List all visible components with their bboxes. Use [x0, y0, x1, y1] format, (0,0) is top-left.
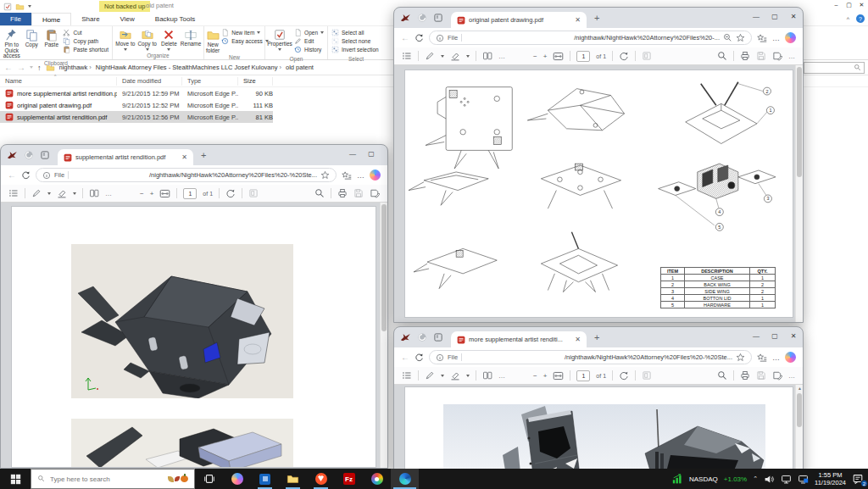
rotate-icon[interactable]	[619, 51, 629, 61]
settings-ellipsis-icon[interactable]: …	[772, 353, 780, 362]
back-icon[interactable]: ←	[4, 64, 13, 72]
taskbar-copilot-button[interactable]	[223, 469, 251, 489]
new-tab-icon[interactable]: +	[201, 150, 206, 160]
edge-titlebar[interactable]: supplemental artist rendition.pdf ✕ + — …	[1, 145, 387, 165]
rename-button[interactable]: Rename	[180, 27, 202, 47]
copy-to-button[interactable]: Copy to	[136, 27, 159, 51]
scrollbar[interactable]	[795, 65, 803, 322]
zoom-out-icon[interactable]: −	[140, 190, 144, 197]
ticker-change[interactable]: +1.03%	[724, 475, 747, 483]
info-icon[interactable]	[42, 171, 51, 180]
qat-properties-icon[interactable]	[3, 3, 12, 11]
pen-caret-icon[interactable]	[47, 192, 51, 195]
back-icon[interactable]: ←	[8, 171, 16, 180]
highlighter-icon[interactable]	[450, 51, 460, 61]
browser-tab[interactable]: more supplemental artist renditi... ✕	[451, 331, 587, 347]
fit-width-icon[interactable]	[159, 188, 170, 199]
toc-icon[interactable]	[8, 188, 19, 198]
pen-caret-icon[interactable]	[441, 55, 444, 58]
favorite-star-icon[interactable]	[736, 353, 745, 362]
taskbar-edge-button[interactable]	[391, 469, 419, 489]
explorer-minimize-button[interactable]: –	[830, 0, 843, 9]
speaker-icon[interactable]	[764, 474, 775, 485]
taskbar-file-explorer-button[interactable]	[279, 469, 307, 489]
move-to-button[interactable]: Move to	[114, 27, 136, 51]
zoom-in-icon[interactable]: +	[543, 372, 548, 380]
new-item-button[interactable]: New item	[221, 29, 269, 36]
explorer-search-input[interactable]	[804, 65, 854, 71]
new-tab-icon[interactable]: +	[594, 13, 599, 23]
copilot-icon[interactable]	[370, 169, 381, 181]
save-as-icon[interactable]	[370, 188, 380, 198]
taskbar-search-box[interactable]	[31, 469, 195, 489]
search-document-icon[interactable]	[314, 188, 325, 198]
zoom-in-icon[interactable]: +	[150, 190, 154, 197]
paste-button[interactable]: Paste	[42, 27, 61, 48]
copy-path-button[interactable]: Copy path	[63, 37, 108, 45]
copilot-icon[interactable]	[785, 352, 796, 363]
info-icon[interactable]	[436, 353, 444, 362]
taskbar-blue-app-button[interactable]	[251, 469, 279, 489]
favorites-list-icon[interactable]	[757, 33, 767, 43]
toolbar-ellipsis-icon[interactable]: …	[498, 372, 505, 380]
action-center-button[interactable]: 2	[852, 473, 864, 485]
close-button[interactable]: ✕	[784, 8, 803, 25]
copilot-icon[interactable]	[785, 32, 796, 43]
column-header-date-modified[interactable]: Date modified	[117, 77, 182, 86]
save-as-icon[interactable]	[772, 370, 782, 381]
properties-button[interactable]: Properties	[267, 27, 292, 51]
pdf-content-area[interactable]: 2 1	[394, 65, 803, 322]
back-icon[interactable]: ←	[401, 34, 409, 42]
seasonal-decoration[interactable]	[168, 475, 188, 482]
search-document-icon[interactable]	[717, 370, 727, 381]
zoom-indicator-icon[interactable]	[723, 33, 732, 42]
zoom-out-icon[interactable]: −	[533, 53, 537, 60]
column-header-name[interactable]: Name^	[0, 77, 117, 86]
file-row-selected[interactable]: supplemental artist rendition.pdf 9/21/2…	[0, 111, 273, 123]
favorites-list-icon[interactable]	[342, 170, 352, 181]
url-field[interactable]: File /nighthawk/NightHawk%20Attorney%20F…	[36, 168, 337, 182]
new-folder-button[interactable]: New folder	[206, 27, 220, 53]
page-number-input[interactable]	[576, 51, 590, 62]
refresh-icon[interactable]	[415, 353, 424, 362]
ribbon-collapse-icon[interactable]: ^	[847, 16, 849, 22]
settings-ellipsis-icon[interactable]: …	[772, 34, 780, 42]
fit-width-icon[interactable]	[553, 370, 564, 381]
tab-close-icon[interactable]: ✕	[575, 16, 581, 24]
toolbar-ellipsis-icon[interactable]: …	[498, 53, 505, 60]
column-header-type[interactable]: Type	[182, 77, 238, 86]
minimize-button[interactable]: —	[747, 327, 765, 344]
pdf-content-area[interactable]	[1, 203, 387, 468]
page-view-icon[interactable]	[482, 370, 492, 381]
rotate-icon[interactable]	[619, 370, 629, 381]
page-number-input[interactable]	[183, 188, 197, 199]
tab-file[interactable]: File	[0, 13, 31, 25]
select-all-button[interactable]: Select all	[331, 29, 379, 36]
stock-chart-icon[interactable]	[672, 474, 683, 485]
page-view-icon[interactable]	[89, 188, 99, 198]
ticker-index-name[interactable]: NASDAQ	[689, 475, 718, 483]
search-icon[interactable]	[854, 64, 862, 72]
print-icon[interactable]	[740, 370, 750, 381]
refresh-icon[interactable]	[415, 33, 424, 42]
toc-icon[interactable]	[402, 51, 412, 61]
monitor-app-icon[interactable]	[798, 474, 809, 485]
gray-globe-icon[interactable]	[417, 332, 427, 342]
breadcrumb-item-root[interactable]: nighthawk	[59, 64, 93, 71]
cut-button[interactable]: Cut	[63, 29, 108, 36]
tab-home[interactable]: Home	[31, 13, 71, 25]
maximize-button[interactable]: ▢	[362, 145, 381, 162]
pen-caret-icon[interactable]	[441, 375, 444, 377]
edge-titlebar[interactable]: original patent drawing.pdf ✕ + — ▢ ✕	[394, 8, 803, 28]
toolbar-more-icon[interactable]: …	[788, 372, 795, 380]
help-icon[interactable]: ?	[856, 14, 865, 23]
forward-icon[interactable]: →	[17, 64, 25, 72]
tab-view[interactable]: View	[110, 13, 145, 25]
explorer-maximize-button[interactable]: ▢	[843, 0, 855, 9]
scrollbar[interactable]	[380, 203, 387, 468]
history-button[interactable]: History	[294, 46, 324, 53]
maximize-button[interactable]: ▢	[765, 8, 784, 25]
taskbar-clock[interactable]: 1:55 PM 11/19/2024	[815, 471, 846, 486]
highlighter-icon[interactable]	[57, 188, 67, 198]
taskbar-paint-button[interactable]	[363, 469, 391, 489]
